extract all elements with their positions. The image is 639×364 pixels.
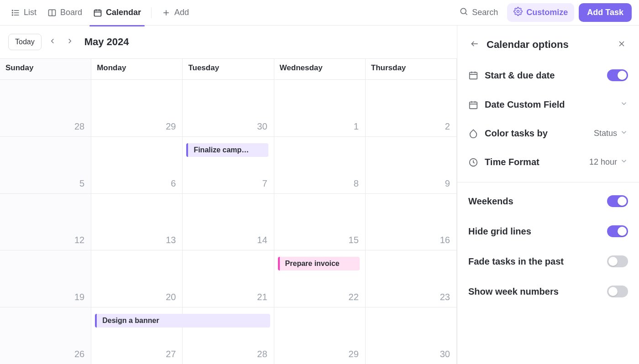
separator <box>151 7 152 18</box>
calendar-cell[interactable]: 20 <box>91 250 183 307</box>
tab-calendar[interactable]: Calendar <box>89 5 145 20</box>
calendar-cell[interactable]: 6 <box>91 136 183 193</box>
day-number: 21 <box>257 288 273 307</box>
add-view-label: Add <box>174 8 189 17</box>
list-icon <box>11 8 20 17</box>
customize-label: Customize <box>526 8 568 17</box>
day-number: 13 <box>166 231 182 250</box>
tab-list[interactable]: List <box>7 5 40 20</box>
day-number: 29 <box>349 345 365 364</box>
main-area: Today May 2024 SundayMondayTuesdayWednes… <box>0 26 639 364</box>
toggle[interactable] <box>607 286 628 297</box>
calendar-cell[interactable]: Prepare invoice22 <box>274 250 366 307</box>
option-label: Hide grid lines <box>468 226 601 237</box>
calendar-task[interactable]: Finalize camp… <box>186 143 268 157</box>
calendar-cell[interactable]: 12 <box>0 193 91 250</box>
calendar-cell[interactable]: 8 <box>274 136 366 193</box>
calendar-cell[interactable]: 23 <box>366 250 457 307</box>
tab-board[interactable]: Board <box>44 5 86 20</box>
calendar-cell[interactable]: 2 <box>366 79 457 136</box>
day-number: 5 <box>79 175 91 193</box>
option-show-week-numbers[interactable]: Show week numbers <box>457 276 639 307</box>
option-label: Start & due date <box>485 70 601 81</box>
chevron-left-icon <box>48 37 57 47</box>
calendar-cell[interactable]: 9 <box>366 136 457 193</box>
day-number: 30 <box>257 118 273 136</box>
calendar-header: Today May 2024 <box>0 26 457 58</box>
options-panel: Calendar options Start & due date Date C <box>457 26 639 364</box>
calendar-cell[interactable]: 28 <box>0 79 91 136</box>
customize-button[interactable]: Customize <box>507 3 574 22</box>
svg-point-16 <box>517 10 519 13</box>
day-number: 20 <box>166 288 182 307</box>
day-number: 19 <box>74 288 91 307</box>
day-number: 8 <box>354 175 365 193</box>
panel-body: Start & due date Date Custom Field Color… <box>457 60 639 364</box>
toggle[interactable] <box>607 255 628 267</box>
top-toolbar: List Board Calendar Add Search <box>0 0 639 26</box>
option-fade-past[interactable]: Fade tasks in the past <box>457 246 639 276</box>
option-time-format[interactable]: Time Format 12 hour <box>457 148 639 177</box>
day-number: 28 <box>257 345 273 364</box>
day-of-week-header: Sunday <box>0 58 91 79</box>
today-button[interactable]: Today <box>8 34 42 50</box>
option-start-due-date[interactable]: Start & due date <box>457 60 639 90</box>
calendar-cell[interactable]: Design a banner27 <box>91 307 183 364</box>
calendar-cell[interactable]: 21 <box>183 250 274 307</box>
calendar-cell[interactable]: 16 <box>366 193 457 250</box>
close-icon <box>617 39 626 50</box>
tab-label: Calendar <box>106 8 141 17</box>
calendar-cell[interactable]: 1 <box>274 79 366 136</box>
calendar-icon <box>468 70 478 80</box>
toggle[interactable] <box>607 69 628 81</box>
day-number: 28 <box>74 118 91 136</box>
calendar-cell[interactable]: 29 <box>91 79 183 136</box>
day-of-week-header: Thursday <box>366 58 457 79</box>
toggle[interactable] <box>607 195 628 207</box>
option-label: Color tasks by <box>485 128 587 139</box>
add-task-label: Add Task <box>587 8 623 17</box>
close-button[interactable] <box>615 38 628 51</box>
calendar-area: Today May 2024 SundayMondayTuesdayWednes… <box>0 26 457 364</box>
calendar-cell[interactable]: 30 <box>366 307 457 364</box>
chevron-down-icon <box>620 128 628 139</box>
svg-point-14 <box>461 8 466 14</box>
svg-line-15 <box>466 13 467 15</box>
calendar-cell[interactable]: 13 <box>91 193 183 250</box>
plus-icon <box>162 8 171 17</box>
svg-point-4 <box>12 12 13 13</box>
panel-header: Calendar options <box>457 26 639 60</box>
add-task-button[interactable]: Add Task <box>579 3 632 22</box>
option-hide-grid-lines[interactable]: Hide grid lines <box>457 216 639 246</box>
toggle[interactable] <box>607 225 628 237</box>
add-view-button[interactable]: Add <box>158 5 193 20</box>
day-number: 23 <box>440 288 456 307</box>
option-color-tasks-by[interactable]: Color tasks by Status <box>457 119 639 148</box>
calendar-task[interactable]: Prepare invoice <box>278 257 360 270</box>
calendar-cell[interactable]: 19 <box>0 250 91 307</box>
back-button[interactable] <box>468 38 481 51</box>
day-number: 26 <box>74 345 91 364</box>
toolbar-right: Search Customize Add Task <box>455 3 632 22</box>
calendar-task[interactable]: Design a banner <box>95 314 270 328</box>
calendar-cell[interactable]: Finalize camp…7 <box>183 136 274 193</box>
option-weekends[interactable]: Weekends <box>457 186 639 216</box>
option-label: Date Custom Field <box>485 99 613 110</box>
next-button[interactable] <box>63 36 76 48</box>
calendar-cell[interactable]: 15 <box>274 193 366 250</box>
option-date-custom-field[interactable]: Date Custom Field <box>457 90 639 119</box>
droplet-icon <box>468 129 478 139</box>
calendar-cell[interactable]: 14 <box>183 193 274 250</box>
option-label: Time Format <box>485 157 583 167</box>
day-of-week-header: Monday <box>91 58 183 79</box>
search-button[interactable]: Search <box>455 4 503 21</box>
calendar-title: May 2024 <box>84 36 129 48</box>
prev-button[interactable] <box>46 36 59 48</box>
panel-title: Calendar options <box>487 39 610 51</box>
day-number: 2 <box>445 118 456 136</box>
calendar-cell[interactable]: 5 <box>0 136 91 193</box>
clock-icon <box>468 157 478 167</box>
calendar-cell[interactable]: 26 <box>0 307 91 364</box>
calendar-cell[interactable]: 29 <box>274 307 366 364</box>
calendar-cell[interactable]: 30 <box>183 79 274 136</box>
